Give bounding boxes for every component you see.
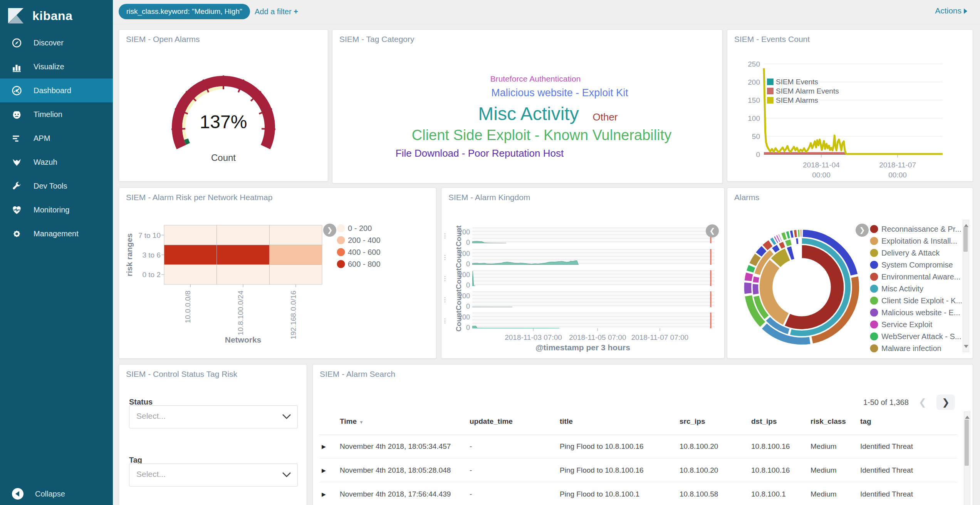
tag-cloud-word[interactable]: Bruteforce Authentication [490,74,581,84]
sidebar-item-monitoring[interactable]: Monitoring [0,198,113,222]
column-header-src_ips[interactable]: src_ips [680,417,751,426]
column-header-tag[interactable]: tag [860,417,957,426]
heatmap-cell[interactable] [217,225,270,245]
kibana-logo[interactable]: kibana [0,0,113,31]
legend-label[interactable]: System Compromise [881,261,953,269]
tag-cloud-word[interactable]: Misc Activity [478,103,579,124]
gauge-chart[interactable]: 137%Count [119,30,328,181]
tag-cloud-word[interactable]: Malicious website - Exploit Kit [491,87,628,99]
sidebar-item-timelion[interactable]: Timelion [0,102,113,126]
sidebar-collapse-button[interactable]: Collapse [0,488,113,500]
alarms-sunburst-chart[interactable]: Reconnaissance & Pr...Exploitation & Ins… [727,188,973,358]
sunburst-segment[interactable] [785,239,792,246]
legend-label[interactable]: SIEM Events [776,78,818,86]
svg-text:0 to 2: 0 to 2 [142,271,161,279]
legend-label[interactable]: Service Exploit [881,320,933,329]
sidebar-item-visualize[interactable]: Visualize [0,55,113,79]
row-expand-icon[interactable]: ▶ [319,491,340,497]
sunburst-segment[interactable] [779,241,785,249]
legend-label[interactable]: Reconnaissance & Pr... [881,225,962,233]
sunburst-segment[interactable] [752,284,759,295]
heatmap-cell[interactable] [164,225,217,245]
row-expand-icon[interactable]: ▶ [319,467,340,473]
legend-label[interactable]: Misc Activity [881,284,923,293]
svg-text:250: 250 [748,60,760,68]
legend-label[interactable]: SIEM Alarm Events [776,87,839,95]
legend-swatch [870,285,878,293]
legend-label[interactable]: Client Side Exploit - K... [881,296,962,305]
table-row[interactable]: ▶November 4th 2018, 18:05:34.457-Ping Fl… [319,435,957,458]
tag-select[interactable]: Select... [129,463,298,487]
sidebar-item-apm[interactable]: APM [0,126,113,150]
sunburst-segment[interactable] [744,282,752,294]
column-header-update_time[interactable]: update_time [470,417,560,426]
kingdom-mini-chart[interactable] [472,270,715,286]
compass-icon [12,38,22,48]
legend-label[interactable]: Malware infection [881,344,941,353]
legend-label[interactable]: WebServer Attack - S... [881,332,961,341]
sidebar-item-discover[interactable]: Discover [0,31,113,55]
pagination-prev-button[interactable]: ❮ [916,395,930,409]
legend-label[interactable]: 600 - 800 [348,260,381,268]
pagination-next-button[interactable]: ❯ [936,395,955,410]
tag-cloud-word[interactable]: File Download - Poor Reputation Host [396,147,564,159]
scrollbar-thumb[interactable] [963,227,968,252]
sunburst-segment[interactable] [798,229,800,237]
legend-label[interactable]: 200 - 400 [348,236,381,244]
sidebar-item-dashboard[interactable]: Dashboard [0,79,113,102]
filter-pill[interactable]: risk_class.keyword: "Medium, High" [119,4,250,19]
sunburst-segment[interactable] [753,276,760,283]
events-line-chart[interactable]: 2502001501005002018-11-0400:002018-11-07… [727,30,973,181]
kingdom-mini-chart[interactable] [472,249,715,265]
panel-alarm-search: SIEM - Alarm Search 1-50 of 1,368 ❮ ❯ Ti… [312,364,973,505]
sunburst-segment[interactable] [746,264,755,273]
legend-label[interactable]: 0 - 200 [348,224,372,232]
heatmap-chart[interactable]: 7 to 103 to 60 to 210.0.0.0/810.8.100.0/… [119,188,436,358]
heatmap-cell[interactable] [217,245,270,264]
column-header-title[interactable]: title [560,417,680,426]
column-header-dst_ips[interactable]: dst_ips [751,417,811,426]
sunburst-segment[interactable] [794,230,797,238]
kingdom-mini-chart[interactable] [472,227,715,243]
heatmap-cell[interactable] [164,265,217,284]
sunburst-segment[interactable] [800,229,802,237]
table-row[interactable]: ▶November 4th 2018, 17:56:44.439-Ping Fl… [319,482,957,505]
legend-toggle-button[interactable]: ❯ [856,224,869,237]
sidebar-item-wazuh[interactable]: Wazuh [0,150,113,174]
legend-scrollbar[interactable] [963,220,969,352]
scrollbar-thumb[interactable] [965,420,969,466]
legend-label[interactable]: 400 - 600 [348,248,381,256]
column-header-risk_class[interactable]: risk_class [811,417,860,426]
actions-menu[interactable]: Actions [935,6,970,15]
heatmap-cell[interactable] [217,265,270,284]
legend-label[interactable]: Malicious website - E... [881,308,960,317]
status-select[interactable]: Select... [129,405,298,428]
legend-toggle-button[interactable]: ❮ [706,224,719,237]
heatmap-cell[interactable] [269,245,322,264]
table-scrollbar[interactable] [964,411,970,505]
column-header-time[interactable]: Time▼ [340,417,470,426]
svg-text:3 to 6: 3 to 6 [142,251,161,259]
heatmap-cell[interactable] [269,265,322,284]
legend-label[interactable]: Delivery & Attack [881,249,940,257]
kingdom-mini-chart[interactable] [472,313,715,328]
legend-toggle-button[interactable]: ❯ [323,224,336,237]
cell-risk_class: Medium [811,442,860,451]
tag-cloud-word[interactable]: Client Side Exploit - Known Vulnerabilit… [412,127,671,144]
kingdom-mini-chart[interactable] [472,291,715,307]
legend-label[interactable]: SIEM Alarms [776,96,818,104]
sidebar-item-management[interactable]: Management [0,222,113,246]
tag-cloud-word[interactable]: Other [592,111,618,123]
row-expand-icon[interactable]: ▶ [319,443,340,450]
legend-label[interactable]: Exploitation & Install... [881,237,957,245]
table-row[interactable]: ▶November 4th 2018, 18:05:28.048-Ping Fl… [319,458,957,482]
sidebar-item-dev-tools[interactable]: Dev Tools [0,174,113,198]
add-filter-link[interactable]: Add a filter + [255,7,298,16]
heatmap-cell[interactable] [269,225,322,245]
sunburst-segment[interactable] [795,238,799,244]
alarm-kingdom-chart[interactable]: 2000Count...2000Count...2000Count...2000… [441,188,724,358]
sunburst-segment[interactable] [744,272,753,281]
cell-tag: Identified Threat [860,466,957,475]
legend-label[interactable]: Environmental Aware... [881,273,960,281]
heatmap-cell[interactable] [164,245,217,264]
